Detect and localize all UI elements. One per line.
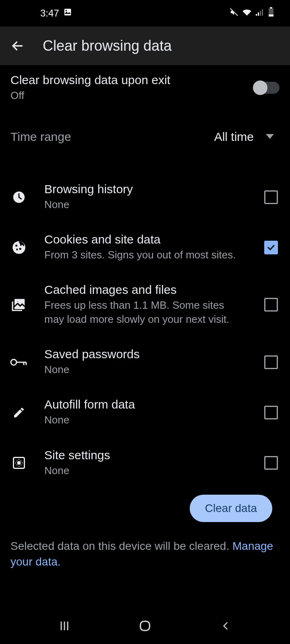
svg-rect-15	[14, 299, 25, 309]
nav-home-button[interactable]	[133, 614, 157, 638]
data-type-list: Browsing historyNoneCookies and site dat…	[0, 156, 290, 488]
chevron-down-icon	[266, 133, 274, 140]
item-text: Browsing historyNone	[44, 182, 248, 212]
svg-point-10	[12, 241, 25, 254]
svg-rect-5	[262, 9, 263, 16]
data-type-item[interactable]: Autofill form dataNone	[0, 387, 290, 438]
item-title: Saved passwords	[44, 347, 240, 361]
svg-rect-20	[141, 621, 150, 631]
item-title: Autofill form data	[44, 398, 240, 411]
item-text: Site settingsNone	[44, 448, 248, 478]
item-title: Cached images and files	[44, 283, 240, 297]
image-icon	[10, 295, 28, 314]
pencil-icon	[10, 403, 28, 422]
svg-point-11	[15, 244, 17, 246]
page-title: Clear browsing data	[43, 37, 172, 54]
wifi-icon	[242, 8, 252, 19]
status-left: 3:47	[40, 8, 72, 19]
clock-icon	[10, 188, 28, 206]
clear-on-exit-state: Off	[10, 89, 170, 102]
svg-point-17	[11, 359, 17, 365]
item-subtitle: Frees up less than 1.1 MB. Some sites ma…	[44, 298, 240, 326]
item-subtitle: None	[44, 464, 240, 478]
time-range-label: Time range	[10, 130, 71, 144]
nav-back-button[interactable]	[213, 614, 238, 638]
clear-on-exit-title: Clear browsing data upon exit	[10, 73, 170, 87]
battery-icon	[268, 7, 274, 19]
navigation-bar	[0, 608, 290, 644]
back-button[interactable]	[10, 38, 26, 54]
item-checkbox[interactable]	[264, 456, 278, 470]
item-checkbox[interactable]	[264, 298, 278, 312]
data-type-item[interactable]: Cookies and site dataFrom 3 sites. Signs…	[0, 222, 290, 272]
item-checkbox[interactable]	[264, 241, 278, 254]
time-range-value: All time	[214, 130, 254, 144]
time-range-select[interactable]: All time	[214, 130, 274, 144]
svg-point-19	[17, 461, 21, 465]
footer-message: Selected data on this device will be cle…	[10, 540, 232, 552]
data-type-item[interactable]: Saved passwordsNone	[0, 337, 290, 387]
item-text: Autofill form dataNone	[44, 398, 248, 427]
time-range-row[interactable]: Time range All time	[0, 118, 290, 156]
cookie-icon	[10, 238, 28, 257]
status-bar: 3:47	[0, 0, 290, 27]
screenshot-icon	[63, 8, 72, 19]
status-right	[230, 7, 274, 19]
clear-on-exit-row[interactable]: Clear browsing data upon exit Off	[0, 65, 290, 118]
vibrate-icon	[230, 8, 238, 19]
item-subtitle: None	[44, 413, 240, 427]
svg-point-16	[17, 301, 19, 303]
action-row: Clear data	[0, 488, 290, 522]
status-time: 3:47	[40, 8, 59, 19]
svg-point-13	[16, 248, 18, 250]
svg-rect-0	[64, 9, 71, 16]
svg-rect-3	[258, 12, 259, 16]
svg-rect-4	[260, 11, 261, 16]
item-text: Cookies and site dataFrom 3 sites. Signs…	[44, 233, 248, 262]
svg-point-14	[20, 244, 22, 246]
data-type-item[interactable]: Browsing historyNone	[0, 172, 290, 222]
gear-card-icon	[10, 454, 28, 472]
data-type-item[interactable]: Site settingsNone	[0, 438, 290, 488]
data-type-item[interactable]: Cached images and filesFrees up less tha…	[0, 272, 290, 337]
item-title: Browsing history	[44, 182, 240, 196]
key-icon	[10, 353, 28, 372]
svg-rect-2	[256, 14, 257, 16]
item-subtitle: None	[44, 363, 240, 377]
item-title: Site settings	[44, 448, 240, 462]
item-checkbox[interactable]	[264, 190, 278, 204]
svg-rect-8	[269, 14, 273, 17]
item-title: Cookies and site data	[44, 233, 240, 246]
item-text: Saved passwordsNone	[44, 347, 248, 377]
nav-recents-button[interactable]	[52, 614, 77, 638]
item-subtitle: None	[44, 198, 240, 212]
clear-on-exit-toggle[interactable]	[254, 82, 280, 94]
item-subtitle: From 3 sites. Signs you out of most site…	[44, 248, 240, 262]
item-checkbox[interactable]	[264, 355, 278, 369]
svg-rect-6	[270, 7, 272, 8]
item-text: Cached images and filesFrees up less tha…	[44, 283, 248, 326]
signal-icon	[255, 8, 265, 19]
clear-data-button[interactable]: Clear data	[190, 495, 272, 522]
app-bar: Clear browsing data	[0, 27, 290, 65]
svg-point-12	[19, 248, 21, 250]
footer-text: Selected data on this device will be cle…	[0, 522, 290, 570]
item-checkbox[interactable]	[264, 406, 278, 419]
svg-point-1	[65, 10, 67, 12]
